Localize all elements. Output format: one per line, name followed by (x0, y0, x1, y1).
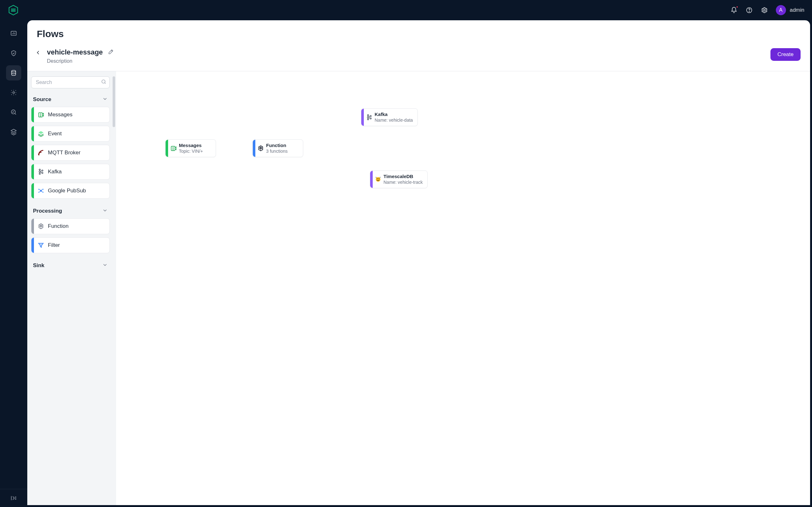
palette-search (31, 76, 110, 89)
node-title: Kafka (374, 112, 413, 117)
palette-item-label: Kafka (48, 169, 61, 175)
palette-item-stripe (32, 219, 34, 234)
svg-point-12 (39, 173, 40, 174)
palette-group-title: Processing (33, 208, 62, 214)
node-stripe (361, 109, 364, 126)
palette-group-header[interactable]: Sink (31, 261, 110, 273)
palette-item-stripe (32, 126, 34, 141)
svg-point-18 (38, 192, 40, 193)
svg-point-9 (38, 154, 40, 156)
function-icon (34, 223, 48, 230)
node-function[interactable]: Function 3 functions (252, 139, 303, 157)
svg-point-30 (370, 118, 371, 119)
palette-item-label: Messages (48, 112, 72, 118)
back-button[interactable] (32, 47, 44, 58)
svg-point-10 (39, 169, 40, 170)
chevron-down-icon (102, 262, 108, 269)
edit-name-button[interactable] (108, 49, 114, 56)
svg-point-28 (367, 118, 368, 120)
node-subtitle: Topic: VIN/+ (179, 148, 203, 154)
nav-security-icon[interactable] (6, 46, 21, 61)
node-tsdb[interactable]: TimescaleDB Name: vehicle-track (370, 170, 427, 188)
nav-flows-icon[interactable] (6, 65, 21, 80)
node-stripe (370, 171, 373, 188)
node-subtitle: 3 functions (266, 148, 288, 154)
search-input[interactable] (31, 76, 110, 89)
nav-cog-icon[interactable] (6, 85, 21, 100)
svg-point-11 (39, 171, 41, 173)
flow-canvas[interactable]: Messages Topic: VIN/+ Function 3 functio… (116, 71, 810, 505)
svg-point-26 (367, 115, 368, 116)
settings-icon[interactable] (761, 6, 768, 14)
avatar: A (776, 5, 786, 15)
svg-point-17 (43, 189, 44, 190)
user-name: admin (790, 7, 804, 13)
node-subtitle: Name: vehicle-data (374, 117, 413, 123)
kafka-icon (364, 109, 374, 126)
flow-description[interactable]: Description (47, 58, 114, 64)
node-title: Messages (179, 143, 203, 148)
svg-point-19 (43, 192, 44, 193)
nav-diagnostics-icon[interactable] (6, 105, 21, 120)
kafka-icon (34, 168, 48, 175)
notifications-icon[interactable] (730, 6, 738, 14)
palette-item-google-pubsub[interactable]: Google PubSub (31, 183, 110, 199)
search-icon (101, 79, 107, 86)
nav-dashboard-icon[interactable] (6, 26, 21, 41)
notification-dot (736, 6, 739, 8)
palette-item-label: Function (48, 223, 68, 229)
nav-collapse-icon[interactable] (6, 493, 21, 503)
page-title: Flows (37, 29, 801, 39)
palette: Source Messages Event MQTT Broker Kafka … (27, 71, 116, 505)
node-stripe (253, 140, 255, 157)
nav-rail (0, 20, 27, 507)
palette-group: Sink (31, 261, 110, 273)
svg-point-2 (763, 9, 765, 11)
palette-item-label: Filter (48, 242, 60, 248)
event-icon (34, 130, 48, 137)
filter-icon (34, 242, 48, 249)
node-title: TimescaleDB (384, 174, 423, 179)
palette-item-function[interactable]: Function (31, 218, 110, 234)
messages-icon (168, 140, 179, 157)
palette-item-stripe (32, 164, 34, 179)
svg-point-14 (42, 172, 43, 174)
svg-point-5 (13, 92, 14, 94)
create-button[interactable]: Create (770, 48, 801, 61)
palette-item-stripe (32, 145, 34, 160)
palette-item-event[interactable]: Event (31, 126, 110, 142)
palette-item-stripe (32, 107, 34, 122)
node-stripe (165, 140, 168, 157)
edges (116, 71, 211, 119)
app-logo[interactable] (8, 4, 19, 16)
nav-layers-icon[interactable] (6, 124, 21, 139)
svg-point-33 (379, 178, 379, 179)
palette-item-label: MQTT Broker (48, 150, 81, 156)
palette-item-messages[interactable]: Messages (31, 107, 110, 123)
timescale-icon (373, 171, 384, 188)
flow-header: vehicle-message Description Create (27, 43, 810, 71)
main: Flows vehicle-message Description Create (27, 20, 810, 505)
palette-item-kafka[interactable]: Kafka (31, 164, 110, 180)
function-icon (255, 140, 266, 157)
node-kafka[interactable]: Kafka Name: vehicle-data (361, 108, 418, 126)
palette-group-header[interactable]: Processing (31, 206, 110, 218)
chevron-down-icon (102, 208, 108, 215)
help-icon[interactable] (745, 6, 753, 14)
svg-point-7 (102, 80, 105, 83)
svg-point-31 (376, 177, 380, 182)
palette-item-filter[interactable]: Filter (31, 237, 110, 253)
svg-point-29 (370, 115, 371, 117)
palette-item-label: Google PubSub (48, 187, 86, 194)
palette-item-mqtt-broker[interactable]: MQTT Broker (31, 145, 110, 161)
user-menu[interactable]: A admin (776, 5, 804, 15)
svg-point-13 (42, 170, 43, 171)
palette-group-title: Source (33, 96, 51, 103)
node-messages[interactable]: Messages Topic: VIN/+ (165, 139, 216, 157)
palette-group-header[interactable]: Source (31, 95, 110, 107)
svg-point-32 (377, 178, 377, 179)
palette-scrollbar[interactable] (113, 76, 115, 505)
node-subtitle: Name: vehicle-track (384, 179, 423, 185)
svg-point-16 (38, 189, 40, 190)
palette-item-label: Event (48, 130, 61, 137)
